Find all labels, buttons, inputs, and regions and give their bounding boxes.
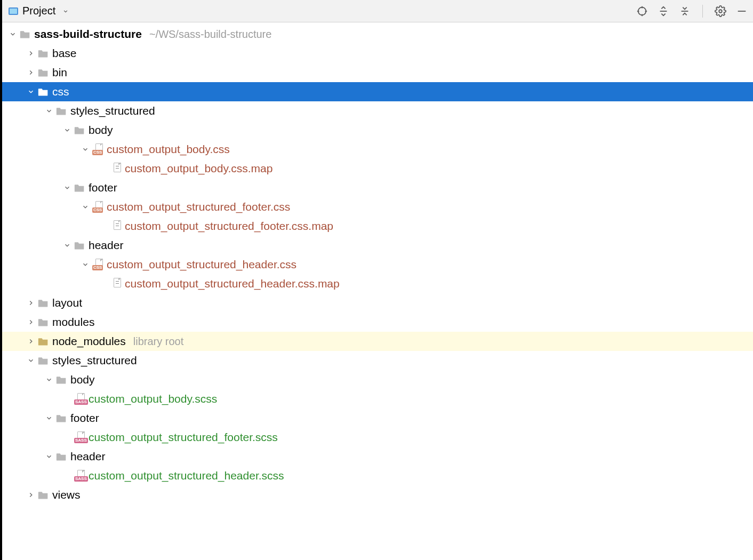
tree-item-label: header xyxy=(70,450,105,463)
tree-row[interactable]: css xyxy=(2,82,753,101)
file-icon xyxy=(110,278,122,289)
css-file-icon: CSS xyxy=(92,144,103,155)
tree-row[interactable]: bin xyxy=(2,63,753,82)
tree-row[interactable]: base xyxy=(2,44,753,63)
chevron-right-icon[interactable] xyxy=(26,490,36,500)
tree-item-label: body xyxy=(70,373,95,386)
chevron-down-icon[interactable] xyxy=(44,106,54,116)
tree-row[interactable]: styles_structured xyxy=(2,351,753,370)
project-tree[interactable]: sass-build-structure~/WS/sass-build-stru… xyxy=(2,22,753,505)
tree-item-label: css xyxy=(52,85,69,98)
tree-row[interactable]: footer xyxy=(2,178,753,197)
folder-icon xyxy=(74,240,85,251)
tree-item-label: base xyxy=(52,47,77,60)
tree-row[interactable]: CSScustom_output_structured_header.css xyxy=(2,255,753,274)
folder-icon xyxy=(37,317,49,327)
tree-row[interactable]: node_moduleslibrary root xyxy=(2,332,753,351)
panel-title[interactable]: Project xyxy=(22,5,55,17)
tree-item-label: sass-build-structure xyxy=(34,28,142,41)
folder-icon xyxy=(74,182,85,193)
locate-icon[interactable] xyxy=(636,5,648,17)
tree-item-label: footer xyxy=(70,412,99,425)
folder-icon xyxy=(37,298,49,308)
chevron-down-icon[interactable] xyxy=(62,182,73,193)
tree-row[interactable]: header xyxy=(2,236,753,255)
tree-item-label: styles_structured xyxy=(70,105,155,117)
tree-item-label: custom_output_structured_header.scss xyxy=(89,469,284,482)
tree-item-label: modules xyxy=(52,316,94,329)
chevron-down-icon[interactable] xyxy=(44,374,54,385)
tree-row[interactable]: sass-build-structure~/WS/sass-build-stru… xyxy=(2,25,753,44)
project-view-icon xyxy=(9,7,18,15)
chevron-right-icon[interactable] xyxy=(26,317,36,327)
tree-item-label: header xyxy=(89,239,123,252)
chevron-down-icon[interactable] xyxy=(80,202,91,212)
chevron-right-icon[interactable] xyxy=(26,67,36,78)
tree-item-label: layout xyxy=(52,297,82,309)
folder-icon xyxy=(19,29,31,39)
tree-row[interactable]: custom_output_structured_header.css.map xyxy=(2,274,753,293)
sass-file-icon: SASS xyxy=(74,432,85,443)
tree-row[interactable]: footer xyxy=(2,409,753,428)
tree-row[interactable]: CSScustom_output_structured_footer.css xyxy=(2,197,753,217)
tree-row[interactable]: custom_output_structured_footer.css.map xyxy=(2,217,753,236)
tree-item-secondary: ~/WS/sass-build-structure xyxy=(149,28,272,41)
folder-icon xyxy=(55,451,67,462)
chevron-down-icon[interactable] xyxy=(26,86,36,97)
tree-item-label: node_modules xyxy=(52,335,126,348)
folder-icon xyxy=(37,67,49,78)
tree-row[interactable]: body xyxy=(2,370,753,389)
folder-icon xyxy=(74,125,85,135)
folder-icon xyxy=(55,413,67,423)
tree-row[interactable]: SASScustom_output_structured_footer.scss xyxy=(2,428,753,447)
folder-icon xyxy=(37,336,49,347)
folder-icon xyxy=(37,48,49,59)
chevron-down-icon[interactable] xyxy=(44,451,54,462)
folder-icon xyxy=(55,374,67,385)
tree-item-label: body xyxy=(89,124,113,137)
folder-icon xyxy=(55,106,67,116)
tree-row[interactable]: styles_structured xyxy=(2,101,753,121)
tree-item-label: footer xyxy=(89,181,117,194)
tree-row[interactable]: custom_output_body.css.map xyxy=(2,159,753,178)
tree-row[interactable]: modules xyxy=(2,313,753,332)
tree-row[interactable]: header xyxy=(2,447,753,466)
gear-icon[interactable] xyxy=(715,5,726,17)
chevron-right-icon[interactable] xyxy=(26,336,36,347)
tree-item-label: styles_structured xyxy=(52,354,137,367)
tree-item-secondary: library root xyxy=(133,335,183,348)
chevron-down-icon[interactable] xyxy=(26,355,36,366)
tree-row[interactable]: views xyxy=(2,485,753,505)
css-file-icon: CSS xyxy=(92,202,103,212)
expand-all-icon[interactable] xyxy=(658,5,669,17)
tree-row[interactable]: SASScustom_output_body.scss xyxy=(2,389,753,409)
chevron-down-icon[interactable] xyxy=(7,29,18,39)
hide-icon[interactable] xyxy=(736,5,748,17)
chevron-down-icon[interactable] xyxy=(62,125,73,135)
tree-row[interactable]: CSScustom_output_body.css xyxy=(2,140,753,159)
tree-row[interactable]: SASScustom_output_structured_header.scss xyxy=(2,466,753,485)
tree-item-label: custom_output_structured_footer.css.map xyxy=(125,220,333,233)
sass-file-icon: SASS xyxy=(74,470,85,481)
css-file-icon: CSS xyxy=(92,259,103,270)
view-dropdown-icon[interactable] xyxy=(60,5,71,17)
chevron-down-icon[interactable] xyxy=(62,240,73,251)
tree-item-label: custom_output_body.scss xyxy=(89,393,217,405)
tree-item-label: custom_output_body.css xyxy=(107,143,230,156)
collapse-all-icon[interactable] xyxy=(679,5,691,17)
tree-row[interactable]: layout xyxy=(2,293,753,313)
chevron-right-icon[interactable] xyxy=(26,298,36,308)
folder-icon xyxy=(37,86,49,97)
tree-item-label: bin xyxy=(52,66,67,79)
chevron-down-icon[interactable] xyxy=(44,413,54,423)
chevron-down-icon[interactable] xyxy=(80,144,91,155)
chevron-right-icon[interactable] xyxy=(26,48,36,59)
tree-row[interactable]: body xyxy=(2,121,753,140)
tree-item-label: views xyxy=(52,489,81,501)
file-icon xyxy=(110,163,122,174)
toolbar-divider xyxy=(702,5,703,18)
tree-item-label: custom_output_structured_footer.scss xyxy=(89,431,278,444)
chevron-down-icon[interactable] xyxy=(80,259,91,270)
project-toolbar: Project xyxy=(2,0,753,22)
file-icon xyxy=(110,221,122,231)
